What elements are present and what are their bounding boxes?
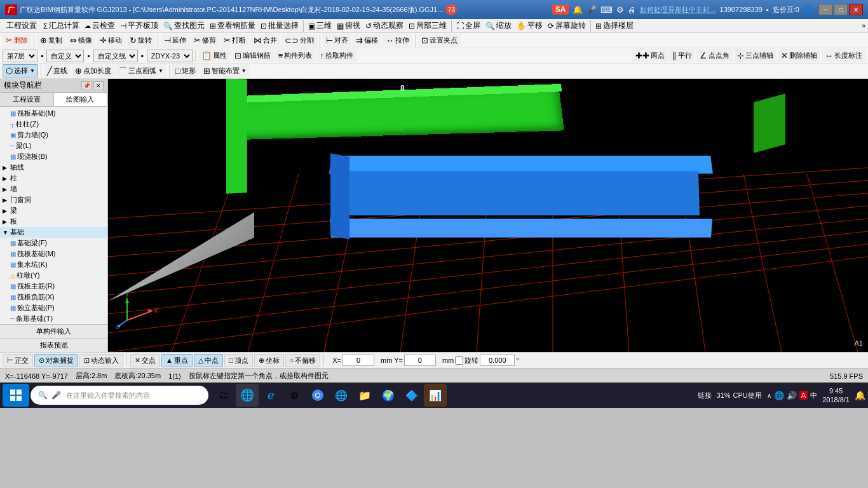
pick-component-button[interactable]: ↑ 拾取构件	[316, 49, 356, 62]
taskbar-icon-folder[interactable]: 📁	[353, 384, 376, 407]
tray-expand-icon[interactable]: ∧	[767, 392, 771, 399]
tree-item-foundation-group[interactable]: ▼ 基础	[0, 227, 107, 238]
move-button[interactable]: ✛ 移动	[97, 34, 125, 47]
tree-item-raft-neg-rebar[interactable]: ▦ 筏板负筋(X)	[0, 292, 107, 302]
intersection-button[interactable]: ✕ 交点	[130, 354, 160, 367]
taskbar-icon-ie2[interactable]: 🌐	[330, 384, 353, 407]
tree-item-foundation-beam[interactable]: ▦ 基础梁(F)	[0, 238, 107, 248]
menu-item-pan[interactable]: ✋ 平移	[514, 19, 545, 32]
merge-button[interactable]: ⋈ 合并	[250, 34, 280, 47]
rotate-input[interactable]	[480, 355, 515, 366]
menu-item-project-settings[interactable]: 工程设置	[3, 19, 41, 32]
line-type-select[interactable]: 自定义线	[93, 50, 138, 62]
sidebar-close-button[interactable]: ✕	[93, 81, 104, 90]
settings-icon[interactable]: ⚙	[616, 5, 624, 15]
floor-type-select[interactable]: 自定义	[46, 50, 84, 62]
no-offset-button[interactable]: ○ 不偏移	[285, 354, 321, 367]
offset-button[interactable]: ⇉ 偏移	[353, 34, 381, 47]
ime-cn-icon[interactable]: 中	[810, 391, 817, 400]
menu-item-view-rebar[interactable]: ⊞ 查看钢筋量	[207, 19, 258, 32]
ortho-button[interactable]: ⊢ 正交	[3, 354, 33, 367]
tree-item-cast-slab[interactable]: ▦ 现浇板(B)	[0, 151, 107, 162]
extend-button[interactable]: ⊣ 延伸	[161, 34, 189, 47]
menu-item-fullscreen[interactable]: ⛶ 全屏	[454, 19, 483, 32]
taskbar-icon-1[interactable]: 🗂	[212, 384, 235, 407]
menu-item-rotate-screen[interactable]: ⟳ 屏幕旋转	[545, 19, 588, 32]
smart-layout-button[interactable]: ⊞ 智能布置 ▼	[200, 64, 250, 78]
point-length-button[interactable]: ⊕ 点加长度	[72, 64, 114, 78]
help-text[interactable]: 如何处理异形柱中非封...	[640, 5, 715, 15]
tree-item-isolated-found[interactable]: ▦ 独立基础(P)	[0, 302, 107, 313]
code-select[interactable]: ZDYX-23	[147, 50, 193, 62]
break-button[interactable]: ✂ 打断	[220, 34, 249, 47]
line-button[interactable]: ╱ 直线	[44, 64, 71, 78]
three-point-arc-button[interactable]: ⌒ 三点画弧 ▼	[116, 64, 166, 79]
delete-aux-button[interactable]: ✕ 删除辅轴	[778, 49, 820, 62]
rectangle-button[interactable]: □ 矩形	[172, 64, 199, 78]
floor-select[interactable]: 第7层	[3, 50, 37, 62]
tree-item-door-group[interactable]: ▶ 门窗洞	[0, 194, 107, 205]
dynamic-input-button[interactable]: ⊡ 动态输入	[79, 354, 123, 367]
tree-item-wall-group[interactable]: ▶ 墙	[0, 184, 107, 194]
length-mark-button[interactable]: ↔ 长度标注	[822, 49, 865, 62]
ime-icon[interactable]: A	[799, 391, 808, 400]
trim-button[interactable]: ✂ 修剪	[191, 34, 219, 47]
rotate-button[interactable]: ↻ 旋转	[126, 34, 155, 47]
coord-button[interactable]: ⊕ 坐标	[254, 354, 284, 367]
keyboard-icon[interactable]: ⌨	[600, 5, 613, 15]
notification-bell[interactable]: 🔔	[855, 390, 865, 400]
notification-icon[interactable]: 🔔	[573, 5, 583, 15]
menu-item-local-3d[interactable]: ⊡ 局部三维	[406, 19, 449, 32]
two-point-button[interactable]: ✚✚ 两点	[632, 49, 668, 62]
midpoint-button[interactable]: △ 中点	[194, 354, 223, 367]
menu-item-3d[interactable]: ▣ 三维	[306, 19, 334, 32]
set-grip-button[interactable]: ⊡ 设置夹点	[418, 34, 461, 47]
split-button[interactable]: ⊂⊃ 分割	[281, 34, 317, 47]
select-button[interactable]: ⬡ 选择 ▼	[3, 64, 38, 78]
three-point-aux-button[interactable]: ⊹ 三点辅轴	[734, 49, 776, 62]
tree-item-raft-main-rebar[interactable]: ▦ 筏板主筋(R)	[0, 281, 107, 292]
tree-item-col-pier[interactable]: △ 柱墩(Y)	[0, 270, 107, 281]
taskbar-icon-app1[interactable]: 🔷	[400, 384, 423, 407]
user-icon[interactable]: 👤	[803, 5, 813, 15]
edit-rebar-button[interactable]: ⊡ 编辑钢筋	[231, 49, 274, 62]
sidebar-pin-button[interactable]: 📌	[81, 81, 92, 90]
delete-button[interactable]: ✂ 删除	[3, 34, 31, 47]
tab-drawing-input[interactable]: 绘图输入	[54, 93, 108, 106]
mic-icon[interactable]: 🎤	[587, 5, 597, 15]
tree-item-beam[interactable]: ─ 梁(L)	[0, 140, 107, 151]
tree-item-column-group[interactable]: ▶ 柱	[0, 173, 107, 184]
property-button[interactable]: 📋 属性	[198, 49, 230, 62]
tree-item-column[interactable]: ┬ 柱柱(Z)	[0, 119, 107, 130]
taskbar-icon-gear[interactable]: ⚙	[283, 384, 306, 407]
parallel-button[interactable]: ∥ 平行	[669, 49, 695, 62]
mirror-button[interactable]: ⇔ 镜像	[67, 34, 95, 47]
midpoint-heavy-button[interactable]: ▲ 重点	[161, 354, 193, 367]
print-icon[interactable]: 🖨	[628, 5, 636, 15]
tree-item-raft[interactable]: ▦ 筏板基础(M)	[0, 248, 107, 259]
stretch-button[interactable]: ↔ 拉伸	[383, 34, 412, 47]
search-bar[interactable]: 🔍 🎤 在这里输入你要搜索的内容	[31, 386, 208, 405]
taskbar-icon-net[interactable]: 🌍	[377, 384, 400, 407]
tree-item-raft-foundation-top[interactable]: ▦ 筏板基础(M)	[0, 108, 107, 119]
align-button[interactable]: ⊢ 对齐	[323, 34, 351, 47]
tree-item-slab-group[interactable]: ▶ 板	[0, 216, 107, 227]
vertex-button[interactable]: □ 顶点	[224, 354, 253, 367]
volume-icon[interactable]: 🔊	[787, 391, 797, 400]
y-input[interactable]	[404, 355, 436, 366]
close-button[interactable]: ✕	[849, 4, 863, 15]
menu-item-dynamic[interactable]: ↺ 动态观察	[363, 19, 406, 32]
tree-item-sump[interactable]: ▦ 集水坑(K)	[0, 259, 107, 270]
taskbar-icon-chrome[interactable]	[306, 384, 329, 407]
menu-expand-arrow[interactable]: »	[862, 22, 865, 29]
single-component-btn[interactable]: 单构件输入	[0, 325, 107, 339]
menu-item-find[interactable]: 🔍 查找图元	[161, 19, 207, 32]
viewport-area[interactable]: 8 A1 X Y Z	[108, 79, 868, 352]
menu-item-calc[interactable]: Σ 汇总计算	[41, 19, 82, 32]
tree-item-shear-wall[interactable]: ▣ 剪力墙(Q)	[0, 130, 107, 140]
tree-item-strip-found[interactable]: ─ 条形基础(T)	[0, 313, 107, 324]
taskbar-icon-ie[interactable]: ℯ	[259, 384, 282, 407]
menu-item-cloud-check[interactable]: ☁ 云检查	[82, 19, 118, 32]
network-icon[interactable]: 🌐	[774, 391, 784, 400]
start-button[interactable]	[3, 384, 29, 407]
